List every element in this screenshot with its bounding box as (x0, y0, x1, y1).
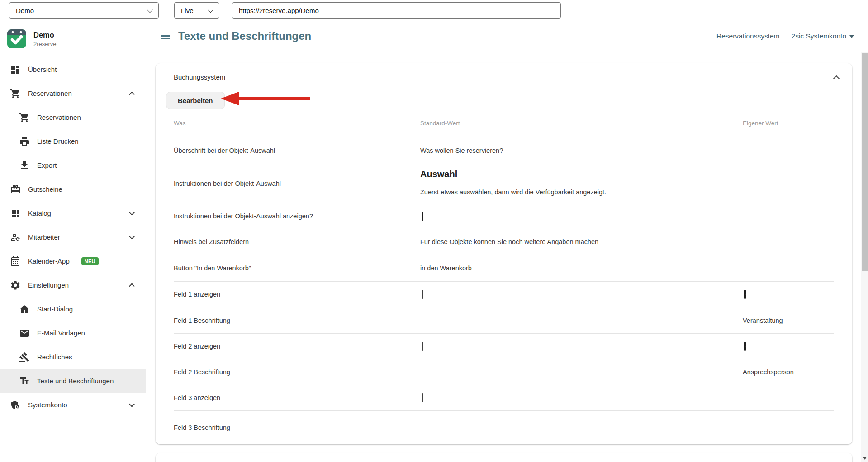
sidebar-nav: ÜbersichtReservationenReservationenListe… (0, 57, 146, 417)
cart-icon (19, 112, 30, 123)
account-menu[interactable]: 2sic Systemkonto (792, 32, 854, 40)
checkbox-unchecked[interactable] (422, 290, 423, 299)
browser-bar: Demo Live https://2reserve.app/Demo (0, 0, 868, 20)
reservationssystem-link[interactable]: Reservationssystem (716, 32, 780, 40)
dashboard-icon (10, 64, 21, 75)
table-header-row: WasStandard-WertEigener Wert (174, 109, 834, 137)
sidebar-item-systemkonto[interactable]: Systemkonto (0, 393, 146, 417)
standard-wert-cell (420, 291, 743, 298)
checkbox-checked[interactable] (422, 212, 423, 221)
sidebar-item-reservationen[interactable]: Reservationen (0, 105, 146, 129)
collapse-icon[interactable] (833, 75, 840, 81)
url-input[interactable]: https://2reserve.app/Demo (232, 2, 561, 19)
calendar-icon (10, 256, 21, 267)
content-area: Buchungssystem Bearbeiten WasStandard-We… (146, 52, 868, 462)
table-row-hinweis-bei-zusatzfeldern: Hinweis bei ZusatzfeldernFür diese Objek… (174, 229, 834, 255)
standard-wert-cell (420, 394, 743, 401)
row-label: Feld 2 anzeigen (174, 343, 420, 350)
column-header-standard-wert: Standard-Wert (420, 120, 743, 127)
annotation-arrow-icon (221, 92, 310, 105)
brand-subtitle: 2reserve (33, 41, 57, 47)
brand: Demo 2reserve (0, 20, 146, 57)
mode-select[interactable]: Live (174, 2, 219, 19)
sidebar-item-mitarbeiter[interactable]: Mitarbeiter (0, 225, 146, 249)
url-value: https://2reserve.app/Demo (239, 7, 319, 14)
row-label: Feld 3 anzeigen (174, 394, 420, 401)
voucher-icon (10, 184, 21, 195)
cell-value: Was wollen Sie reservieren? (420, 147, 503, 154)
table-row-button-in-den-warenkorb: Button "In den Warenkorb"in den Warenkor… (174, 255, 834, 281)
checkbox-unchecked[interactable] (422, 342, 423, 351)
chevron-down-icon (147, 7, 153, 13)
bearbeiten-button[interactable]: Bearbeiten (166, 92, 225, 109)
column-header-was: Was (174, 120, 420, 127)
table-row-feld-2-anzeigen: Feld 2 anzeigen (174, 333, 834, 359)
column-header-eigener-wert: Eigener Wert (743, 120, 834, 127)
sidebar-item-label: Katalog (28, 209, 51, 217)
text-fields-icon (19, 376, 30, 387)
chevron-down-icon (129, 209, 135, 215)
row-label: Button "In den Warenkorb" (174, 264, 420, 272)
sidebar-item-rechtliches[interactable]: Rechtliches (0, 345, 146, 369)
scrollbar-thumb[interactable] (862, 53, 868, 271)
eigener-wert-cell (743, 291, 834, 298)
sidebar-item-katalog[interactable]: Katalog (0, 201, 146, 225)
cart-icon (10, 88, 21, 99)
eigener-wert-cell (743, 343, 834, 350)
row-label: Instruktionen bei der Objekt-Auswahl (174, 180, 420, 187)
gavel-icon (19, 352, 30, 363)
table-row-uberschrift-bei-der-objekt-auswahl: Überschrift bei der Objekt-AuswahlWas wo… (174, 137, 834, 164)
chevron-down-icon (208, 7, 213, 13)
chevron-down-icon (129, 401, 135, 407)
richtext-body: Zuerst etwas auswählen, dann wird die Ve… (420, 188, 743, 197)
cell-value: in den Warenkorb (420, 264, 472, 272)
printer-icon (19, 136, 30, 147)
table-row-instruktionen-bei-der-objekt-auswahl: Instruktionen bei der Objekt-Auswahl Aus… (174, 164, 834, 203)
site-select[interactable]: Demo (9, 2, 159, 19)
row-label: Feld 2 Beschriftung (174, 368, 420, 376)
apps-icon (10, 208, 21, 219)
sidebar-item-label: Gutscheine (28, 185, 62, 193)
table-body: Überschrift bei der Objekt-AuswahlWas wo… (174, 137, 834, 444)
app-logo (7, 28, 26, 50)
sidebar-item-label: Mitarbeiter (28, 233, 60, 241)
scroll-down-button[interactable] (861, 454, 868, 462)
eigener-wert-cell: Veranstaltung (743, 317, 834, 324)
sidebar: Demo 2reserve ÜbersichtReservationenRese… (0, 20, 146, 462)
checkbox-checked[interactable] (744, 290, 746, 299)
sidebar-item-liste-drucken[interactable]: Liste Drucken (0, 129, 146, 153)
page-title: Texte und Beschriftungen (178, 30, 311, 42)
sidebar-item-texte-und-beschriftungen[interactable]: Texte und Beschriftungen (0, 369, 146, 393)
table-row-feld-1-anzeigen: Feld 1 anzeigen (174, 281, 834, 307)
sidebar-item-gutscheine[interactable]: Gutscheine (0, 177, 146, 201)
sidebar-item-label: Systemkonto (28, 401, 67, 409)
row-label: Feld 3 Beschriftung (174, 424, 420, 431)
panel-header: Buchungssystem (156, 63, 852, 81)
sidebar-item-start-dialog[interactable]: Start-Dialog (0, 297, 146, 321)
checkbox-unchecked[interactable] (422, 393, 423, 402)
cell-value: Für diese Objekte können Sie noch weiter… (420, 238, 598, 245)
cell-value: Ansprechsperson (743, 368, 794, 376)
standard-wert-cell: Was wollen Sie reservieren? (420, 147, 743, 154)
buchungssystem-panel: Buchungssystem Bearbeiten WasStandard-We… (156, 63, 852, 444)
standard-wert-cell: Für diese Objekte können Sie noch weiter… (420, 238, 743, 245)
menu-icon[interactable] (161, 33, 170, 39)
checkbox-checked[interactable] (744, 342, 746, 351)
caret-down-icon (849, 35, 854, 38)
sidebar-item-reservationen[interactable]: Reservationen (0, 81, 146, 105)
table-row-instruktionen-bei-der-objekt-auswahl-anzeigen: Instruktionen bei der Objekt-Auswahl anz… (174, 203, 834, 229)
sidebar-item-export[interactable]: Export (0, 153, 146, 177)
sidebar-item-ubersicht[interactable]: Übersicht (0, 57, 146, 81)
chevron-up-icon (129, 91, 135, 97)
chevron-up-icon (129, 283, 135, 289)
sidebar-item-e-mail-vorlagen[interactable]: E-Mail Vorlagen (0, 321, 146, 345)
sidebar-item-label: Texte und Beschriftungen (37, 377, 114, 385)
header-links: Reservationssystem 2sic Systemkonto (716, 32, 854, 40)
neu-badge: NEU (81, 257, 99, 265)
sidebar-item-kalender-app[interactable]: Kalender-AppNEU (0, 249, 146, 273)
download-icon (19, 160, 30, 171)
row-label: Feld 1 Beschriftung (174, 317, 420, 324)
sidebar-item-label: Reservationen (28, 90, 72, 97)
person-gear-icon (10, 232, 21, 243)
sidebar-item-einstellungen[interactable]: Einstellungen (0, 273, 146, 297)
